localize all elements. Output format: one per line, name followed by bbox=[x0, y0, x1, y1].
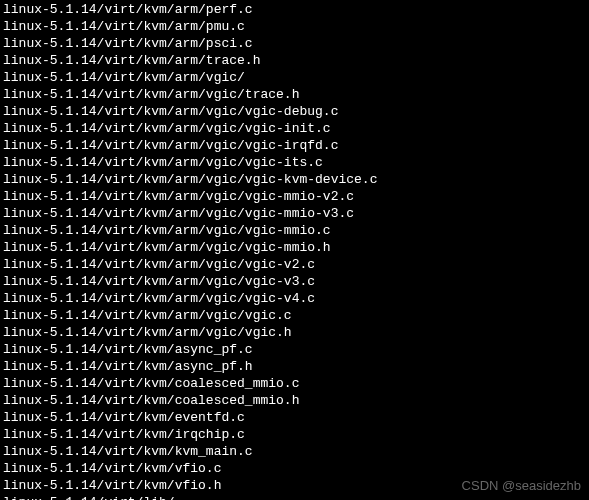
output-line: linux-5.1.14/virt/kvm/arm/vgic/trace.h bbox=[3, 86, 586, 103]
output-line: linux-5.1.14/virt/kvm/arm/vgic/vgic-debu… bbox=[3, 103, 586, 120]
output-line: linux-5.1.14/virt/kvm/arm/vgic/vgic-mmio… bbox=[3, 205, 586, 222]
output-line: linux-5.1.14/virt/kvm/arm/vgic/vgic-init… bbox=[3, 120, 586, 137]
output-line: linux-5.1.14/virt/kvm/async_pf.h bbox=[3, 358, 586, 375]
output-line: linux-5.1.14/virt/kvm/irqchip.c bbox=[3, 426, 586, 443]
output-line: linux-5.1.14/virt/kvm/arm/vgic/vgic-kvm-… bbox=[3, 171, 586, 188]
output-line: linux-5.1.14/virt/kvm/arm/vgic/vgic-v3.c bbox=[3, 273, 586, 290]
output-line: linux-5.1.14/virt/kvm/arm/vgic/vgic-v4.c bbox=[3, 290, 586, 307]
output-line: linux-5.1.14/virt/kvm/async_pf.c bbox=[3, 341, 586, 358]
output-line: linux-5.1.14/virt/kvm/arm/perf.c bbox=[3, 1, 586, 18]
terminal-output: linux-5.1.14/virt/kvm/arm/perf.clinux-5.… bbox=[3, 1, 586, 500]
output-line: linux-5.1.14/virt/kvm/arm/vgic/ bbox=[3, 69, 586, 86]
output-line: linux-5.1.14/virt/kvm/arm/pmu.c bbox=[3, 18, 586, 35]
output-line: linux-5.1.14/virt/kvm/arm/vgic/vgic.h bbox=[3, 324, 586, 341]
output-line: linux-5.1.14/virt/kvm/coalesced_mmio.h bbox=[3, 392, 586, 409]
output-line: linux-5.1.14/virt/kvm/arm/psci.c bbox=[3, 35, 586, 52]
output-line: linux-5.1.14/virt/kvm/kvm_main.c bbox=[3, 443, 586, 460]
output-line: linux-5.1.14/virt/kvm/arm/vgic/vgic-its.… bbox=[3, 154, 586, 171]
output-line: linux-5.1.14/virt/kvm/arm/vgic/vgic-irqf… bbox=[3, 137, 586, 154]
output-line: linux-5.1.14/virt/kvm/eventfd.c bbox=[3, 409, 586, 426]
output-line: linux-5.1.14/virt/kvm/arm/vgic/vgic-v2.c bbox=[3, 256, 586, 273]
output-line: linux-5.1.14/virt/kvm/arm/vgic/vgic.c bbox=[3, 307, 586, 324]
watermark: CSDN @seasidezhb bbox=[462, 477, 581, 494]
output-line: linux-5.1.14/virt/lib/ bbox=[3, 494, 586, 500]
output-line: linux-5.1.14/virt/kvm/arm/vgic/vgic-mmio… bbox=[3, 188, 586, 205]
output-line: linux-5.1.14/virt/kvm/arm/trace.h bbox=[3, 52, 586, 69]
output-line: linux-5.1.14/virt/kvm/vfio.c bbox=[3, 460, 586, 477]
output-line: linux-5.1.14/virt/kvm/arm/vgic/vgic-mmio… bbox=[3, 239, 586, 256]
output-line: linux-5.1.14/virt/kvm/coalesced_mmio.c bbox=[3, 375, 586, 392]
output-line: linux-5.1.14/virt/kvm/arm/vgic/vgic-mmio… bbox=[3, 222, 586, 239]
